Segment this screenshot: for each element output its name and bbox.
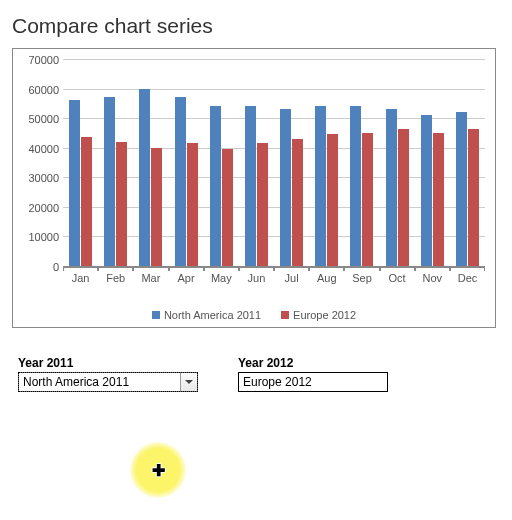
legend-swatch (152, 311, 160, 319)
x-axis-label: Oct (380, 266, 415, 284)
x-axis-label: Jun (239, 266, 274, 284)
bar (104, 97, 115, 266)
bar (398, 129, 409, 267)
x-axis-label: Jan (63, 266, 98, 284)
bar (350, 106, 361, 266)
chart-plot-area: 010000200003000040000500006000070000JanF… (63, 59, 485, 267)
series-display-2012[interactable]: Europe 2012 (238, 372, 388, 392)
bar (468, 129, 479, 267)
x-axis-label: Apr (169, 266, 204, 284)
y-axis-label: 20000 (28, 202, 63, 214)
chevron-down-icon (185, 380, 193, 384)
legend-item: North America 2011 (152, 309, 261, 321)
control-label-2011: Year 2011 (18, 356, 198, 370)
bar (69, 100, 80, 266)
bar-group: Nov (415, 59, 450, 266)
y-axis-label: 60000 (28, 84, 63, 96)
bar (175, 97, 186, 266)
bar (81, 137, 92, 266)
legend-label: Europe 2012 (293, 309, 356, 321)
bar (421, 115, 432, 266)
legend-item: Europe 2012 (281, 309, 356, 321)
x-axis-label: Feb (98, 266, 133, 284)
legend-label: North America 2011 (164, 309, 261, 321)
x-axis-label: Nov (415, 266, 450, 284)
control-label-2012: Year 2012 (238, 356, 388, 370)
bar-group: Jun (239, 59, 274, 266)
bar-group: Sep (344, 59, 379, 266)
bar-group: Jul (274, 59, 309, 266)
legend-swatch (281, 311, 289, 319)
bar (139, 89, 150, 266)
bar-group: Jan (63, 59, 98, 266)
bar (386, 109, 397, 266)
y-axis-label: 40000 (28, 143, 63, 155)
x-axis-label: Mar (133, 266, 168, 284)
chart-container: 010000200003000040000500006000070000JanF… (12, 48, 496, 328)
x-axis-label: Aug (309, 266, 344, 284)
bar (315, 106, 326, 266)
bar-group: Mar (133, 59, 168, 266)
bar-group: Dec (450, 59, 485, 266)
x-axis-label: Dec (450, 266, 485, 284)
controls-row: Year 2011 North America 2011 Year 2012 E… (18, 356, 500, 392)
bar (362, 133, 373, 266)
bar-group: Feb (98, 59, 133, 266)
bar (116, 142, 127, 266)
y-axis-label: 10000 (28, 231, 63, 243)
series-select-2011[interactable]: North America 2011 (18, 372, 198, 392)
page-title: Compare chart series (12, 14, 500, 38)
y-axis-label: 30000 (28, 172, 63, 184)
series-select-2011-value: North America 2011 (19, 373, 180, 391)
bar (210, 106, 221, 266)
bar-group: May (204, 59, 239, 266)
bar-group: Apr (169, 59, 204, 266)
bar (456, 112, 467, 266)
y-axis-label: 50000 (28, 113, 63, 125)
bar (151, 148, 162, 266)
bar (280, 109, 291, 266)
y-axis-label: 0 (53, 261, 63, 273)
control-year-2011: Year 2011 North America 2011 (18, 356, 198, 392)
bar (245, 106, 256, 266)
bar (292, 139, 303, 266)
chart-legend: North America 2011Europe 2012 (13, 309, 495, 321)
x-axis-label: Jul (274, 266, 309, 284)
bar (257, 143, 268, 266)
control-year-2012: Year 2012 Europe 2012 (238, 356, 388, 392)
bar (433, 133, 444, 266)
bar-group: Oct (380, 59, 415, 266)
x-axis-label: May (204, 266, 239, 284)
y-axis-label: 70000 (28, 54, 63, 66)
bar (327, 134, 338, 266)
series-select-2011-button[interactable] (180, 373, 197, 391)
bar (187, 143, 198, 266)
bars-area: JanFebMarAprMayJunJulAugSepOctNovDec (63, 59, 485, 266)
x-axis-label: Sep (344, 266, 379, 284)
bar (222, 149, 233, 266)
bar-group: Aug (309, 59, 344, 266)
